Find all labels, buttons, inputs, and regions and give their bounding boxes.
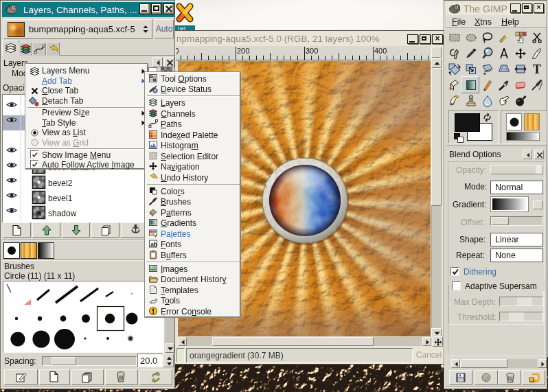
svg-text:b: b <box>154 241 158 248</box>
svg-text:T: T <box>533 62 541 76</box>
